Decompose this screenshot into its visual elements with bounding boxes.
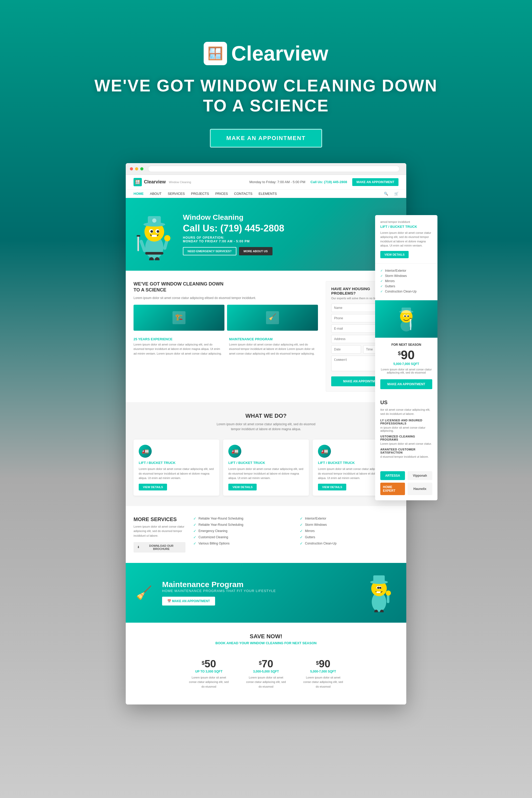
service-item-5: ✓ Various Billing Options [193,542,292,546]
browser-minimize[interactable] [135,167,138,170]
check-icon-9: ✓ [300,535,303,539]
cart-icon[interactable]: 🛒 [394,192,398,196]
svg-point-4 [152,218,156,223]
nav-about[interactable]: ABOUT [150,192,162,196]
svg-rect-27 [373,575,385,583]
outer-logo: 🪟 Clearview [31,41,501,65]
maintenance-appt-btn[interactable]: 📅 MAKE AN APPOINTMENT [162,597,215,606]
what-we-do-section: WHAT WE DO? Lorem ipsum dolor sit amet c… [126,402,406,506]
nav-contacts[interactable]: CONTACTS [234,192,252,196]
emergency-btn[interactable]: NEED EMERGENCY SERVICES? [183,247,236,255]
what-we-do-subtitle: Lorem ipsum dolor sit amet conse ctatur … [214,422,318,432]
svg-rect-15 [145,252,164,254]
brochure-btn[interactable]: ⬇ DOWNLOAD OUR BROCHURE [134,542,186,552]
browser-close[interactable] [130,167,133,170]
price-range-2: 3,000-5,000 SQFT [245,670,287,673]
mascot-figure [134,208,175,260]
rp-feature-1-text: m ipsum dolor sit amet conse ctatur adip… [380,426,432,432]
service-btn-3[interactable]: VIEW DETAILS [318,484,346,491]
rp-price-btn[interactable]: MAKE AN APPOINTMENT [380,379,432,389]
service-card-1: 🚛 LIFT / BUCKET TRUCK Lorem ipsum dolor … [134,439,219,496]
nav-prices[interactable]: PRICES [215,192,228,196]
rp-service-title: LIFT / BUCKET TRUCK [380,225,432,229]
rp-price-section: FOR NEXT SEASON $90 5,000-7,000 SQFT Lor… [375,338,437,394]
feature-maintenance: MAINTENANCE PROGRAM Lorem ipsum dolor si… [229,335,318,356]
site-logo: 🪟 Clearview Window Cleaning [134,178,191,186]
rp-label: amod tempor incididunt [380,220,432,223]
rp-check-icon-1: ✓ [380,269,383,272]
price-text-1: Lorem ipsum dolor sit amet conse ctatur … [188,676,230,689]
more-services-inner: MORE SERVICES Lorem ipsum dolor sit amet… [134,516,398,552]
nav-projects[interactable]: PROJECTS [191,192,209,196]
maintenance-banner: 🧹 Maintenance Program HOME MAINTENANCE P… [126,563,406,623]
service-icon-1: 🚛 [139,445,152,458]
service-btn-1[interactable]: VIEW DETAILS [139,484,167,491]
browser-maximize[interactable] [140,167,144,170]
service-title-2: LIFT / BUCKET TRUCK [228,461,304,465]
rp-feature-3-title: ARANTEED CUSTOMER SATISFACTION [380,448,432,454]
service-item-2: ✓ Reliable Year-Round Scheduling [193,522,292,527]
service-text-1: Lorem ipsum dolor sit amet conse ctatur … [139,467,214,480]
service-icon-3: 🚛 [318,445,331,458]
inner-hero-hours: HOURS OF OPERATION: MONDAY TO FRIDAY 7:0… [183,236,398,243]
rp-logo-vipponah: Vipponah [407,471,432,480]
svg-point-34 [386,590,391,596]
service-btn-2[interactable]: VIEW DETAILS [228,484,256,491]
price-amount-1: $50 [188,658,230,670]
browser-address-bar[interactable] [148,166,400,172]
site-header: 🪟 Clearview Window Cleaning Monday to Fr… [126,175,406,190]
check-icon-8: ✓ [300,529,303,533]
browser-chrome [126,163,406,175]
header-hours: Monday to Friday: 7:00 AM - 5:00 PM [249,180,305,184]
rp-price-amount: $90 [380,348,432,362]
form-date-input[interactable] [331,345,361,354]
rp-check-1: ✓ Interior/Exterior [380,269,432,272]
hero-cta-button[interactable]: MAKE AN APPOINTMENT [210,129,322,148]
svg-point-7 [150,230,153,233]
service-title-1: LIFT / BUCKET TRUCK [139,461,214,465]
price-card-2: $70 3,000-5,000 SQFT Lorem ipsum dolor s… [240,653,292,695]
service-item-3: ✓ Emergency Cleaning [193,529,292,533]
svg-point-31 [379,587,381,589]
service-card-2: 🚛 LIFT / BUCKET TRUCK Lorem ipsum dolor … [223,439,309,496]
svg-text:🧹: 🧹 [269,313,277,321]
rp-mascot [375,300,437,338]
svg-text:🏗️: 🏗️ [175,313,183,321]
rp-logo-haunelix: Haunelix [407,483,432,495]
nav-services[interactable]: SERVICES [168,192,185,196]
svg-rect-40 [402,307,411,313]
about-btn[interactable]: MORE ABOUT US [239,247,272,255]
rp-service-btn[interactable]: VIEW DETAILS [380,251,408,258]
about-text: Lorem ipsum dolor sit amet conse ctatur … [134,296,318,301]
calendar-icon: 📅 [167,599,172,603]
header-appt-button[interactable]: MAKE AN APPOINTMENT [352,178,398,186]
check-icon-1: ✓ [193,516,196,520]
hero-headline: WE'VE GOT WINDOW CLEANING DOWN TO A SCIE… [31,76,501,116]
nav-home[interactable]: HOME [134,192,144,196]
about-image-2: 🧹 [227,305,318,331]
service-item-10: ✓ Construction Clean-Up [300,542,398,546]
check-icon-5: ✓ [193,542,196,546]
rp-check-icon-2: ✓ [380,274,383,278]
header-phone: Call Us: (719) 445-2808 [310,180,347,184]
rp-logo-artessa: ARTESSA [380,471,405,480]
logo-icon: 🪟 [204,42,227,65]
search-icon[interactable]: 🔍 [384,192,388,196]
rp-feature-1-title: LY LICENSED AND INSURED PROFESSIONALS [380,419,432,425]
price-card-1: $50 UP TO 3,000 SQFT Lorem ipsum dolor s… [183,653,235,695]
svg-point-44 [407,315,409,317]
rp-price-range: 5,000-7,000 SQFT [380,362,432,366]
rp-logo-homeexpert: HOME EXPERT [380,483,405,495]
price-range-1: UP TO 3,000 SQFT [188,670,230,673]
service-item-6: ✓ Interior/Exterior [300,516,398,520]
rp-logos: ARTESSA Vipponah HOME EXPERT Haunelix [375,466,437,500]
nav-elements[interactable]: ELEMENTS [259,192,277,196]
maintenance-icon: 🧹 [134,583,154,603]
rp-check-3: ✓ Mirrors [380,279,432,283]
rp-about-text: itor sit amet conse ctatur adipiscing el… [380,407,432,416]
maintenance-title: Maintenance Program [162,580,352,589]
svg-rect-47 [410,318,412,319]
more-services-left: MORE SERVICES Lorem ipsum dolor sit amet… [134,516,186,552]
rp-check-icon-4: ✓ [380,284,383,288]
inner-hero-text: Window Cleaning Call Us: (719) 445-2808 … [175,213,398,255]
